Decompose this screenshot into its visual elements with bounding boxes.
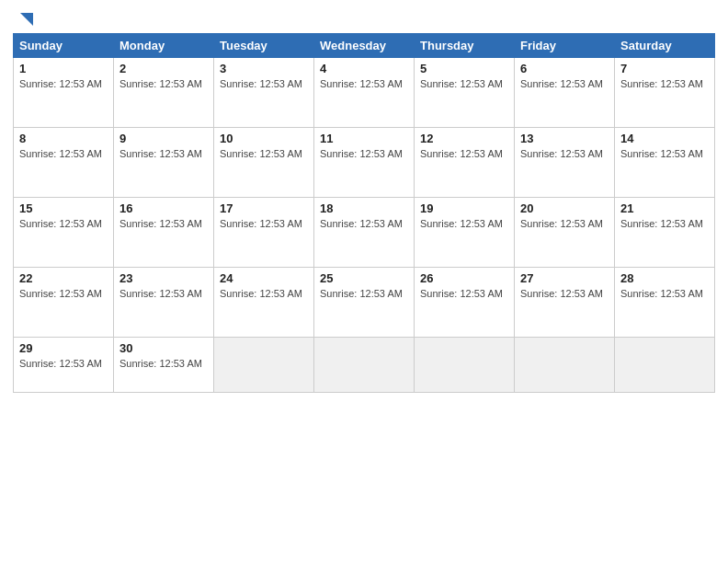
sunrise-text: Sunrise: 12:53 AM [420,218,503,229]
table-row: 12Sunrise: 12:53 AM [415,128,515,198]
sunrise-text: Sunrise: 12:53 AM [320,78,403,89]
day-number: 3 [220,62,308,75]
table-row: 11Sunrise: 12:53 AM [314,128,415,198]
table-row: 29Sunrise: 12:53 AM [14,338,114,393]
table-row: 3Sunrise: 12:53 AM [214,58,314,128]
sunrise-text: Sunrise: 12:53 AM [19,78,102,89]
sunrise-text: Sunrise: 12:53 AM [620,78,703,89]
calendar-week-5: 29Sunrise: 12:53 AM30Sunrise: 12:53 AM [14,338,715,393]
day-number: 18 [320,201,408,215]
sunrise-text: Sunrise: 12:53 AM [420,148,503,159]
logo-area [13,13,35,29]
day-number: 6 [520,62,609,75]
table-row: 30Sunrise: 12:53 AM [114,338,214,393]
page-wrapper: Sunday Monday Tuesday Wednesday Thursday… [0,0,728,563]
day-number: 24 [220,271,308,285]
table-row: 1Sunrise: 12:53 AM [14,58,114,128]
day-number: 12 [420,132,508,145]
table-row: 22Sunrise: 12:53 AM [14,268,114,338]
calendar-week-3: 15Sunrise: 12:53 AM16Sunrise: 12:53 AM17… [14,198,715,268]
sunrise-text: Sunrise: 12:53 AM [119,218,202,229]
table-row: 20Sunrise: 12:53 AM [515,198,615,268]
day-number: 11 [320,132,408,145]
table-row: 4Sunrise: 12:53 AM [314,58,415,128]
day-number: 14 [620,132,709,145]
table-row: 26Sunrise: 12:53 AM [415,268,515,338]
sunrise-text: Sunrise: 12:53 AM [220,218,302,229]
table-row: 23Sunrise: 12:53 AM [114,268,214,338]
table-row [515,338,615,393]
day-number: 10 [220,132,308,145]
calendar-table: Sunday Monday Tuesday Wednesday Thursday… [13,33,715,393]
table-row: 14Sunrise: 12:53 AM [615,128,715,198]
col-thursday: Thursday [415,34,515,58]
day-number: 13 [520,132,609,145]
sunrise-text: Sunrise: 12:53 AM [620,288,703,299]
table-row: 6Sunrise: 12:53 AM [515,58,615,128]
table-row [615,338,715,393]
sunrise-text: Sunrise: 12:53 AM [220,148,302,159]
day-number: 25 [320,271,408,285]
day-number: 29 [19,341,108,355]
table-row: 27Sunrise: 12:53 AM [515,268,615,338]
calendar-week-4: 22Sunrise: 12:53 AM23Sunrise: 12:53 AM24… [14,268,715,338]
table-row: 28Sunrise: 12:53 AM [615,268,715,338]
day-number: 9 [119,132,208,145]
day-number: 1 [19,62,108,75]
day-number: 19 [420,201,508,215]
sunrise-text: Sunrise: 12:53 AM [520,218,603,229]
col-sunday: Sunday [14,34,114,58]
day-number: 21 [620,201,709,215]
day-number: 26 [420,271,508,285]
header-area [13,9,715,29]
sunrise-text: Sunrise: 12:53 AM [320,288,403,299]
col-wednesday: Wednesday [314,34,415,58]
col-friday: Friday [515,34,615,58]
day-number: 20 [520,201,609,215]
sunrise-text: Sunrise: 12:53 AM [620,218,703,229]
col-monday: Monday [114,34,214,58]
sunrise-text: Sunrise: 12:53 AM [19,148,102,159]
sunrise-text: Sunrise: 12:53 AM [119,78,202,89]
table-row: 7Sunrise: 12:53 AM [615,58,715,128]
table-row: 8Sunrise: 12:53 AM [14,128,114,198]
table-row: 10Sunrise: 12:53 AM [214,128,314,198]
col-saturday: Saturday [615,34,715,58]
header-row: Sunday Monday Tuesday Wednesday Thursday… [14,34,715,58]
table-row: 19Sunrise: 12:53 AM [415,198,515,268]
sunrise-text: Sunrise: 12:53 AM [19,358,102,369]
sunrise-text: Sunrise: 12:53 AM [119,358,202,369]
table-row: 5Sunrise: 12:53 AM [415,58,515,128]
table-row: 21Sunrise: 12:53 AM [615,198,715,268]
sunrise-text: Sunrise: 12:53 AM [420,288,503,299]
day-number: 30 [119,341,208,355]
table-row [214,338,314,393]
day-number: 15 [19,201,108,215]
day-number: 2 [119,62,208,75]
table-row: 25Sunrise: 12:53 AM [314,268,415,338]
sunrise-text: Sunrise: 12:53 AM [220,78,302,89]
calendar-week-1: 1Sunrise: 12:53 AM2Sunrise: 12:53 AM3Sun… [14,58,715,128]
table-row [415,338,515,393]
table-row: 15Sunrise: 12:53 AM [14,198,114,268]
sunrise-text: Sunrise: 12:53 AM [520,78,603,89]
calendar-week-2: 8Sunrise: 12:53 AM9Sunrise: 12:53 AM10Su… [14,128,715,198]
day-number: 23 [119,271,208,285]
sunrise-text: Sunrise: 12:53 AM [220,288,302,299]
day-number: 16 [119,201,208,215]
sunrise-text: Sunrise: 12:53 AM [620,148,703,159]
day-number: 8 [19,132,108,145]
sunrise-text: Sunrise: 12:53 AM [19,218,102,229]
logo-icon [15,9,35,29]
sunrise-text: Sunrise: 12:53 AM [320,218,403,229]
day-number: 27 [520,271,609,285]
table-row: 16Sunrise: 12:53 AM [114,198,214,268]
table-row: 2Sunrise: 12:53 AM [114,58,214,128]
day-number: 28 [620,271,709,285]
day-number: 22 [19,271,108,285]
sunrise-text: Sunrise: 12:53 AM [119,288,202,299]
table-row [314,338,415,393]
sunrise-text: Sunrise: 12:53 AM [420,78,503,89]
sunrise-text: Sunrise: 12:53 AM [320,148,403,159]
table-row: 18Sunrise: 12:53 AM [314,198,415,268]
